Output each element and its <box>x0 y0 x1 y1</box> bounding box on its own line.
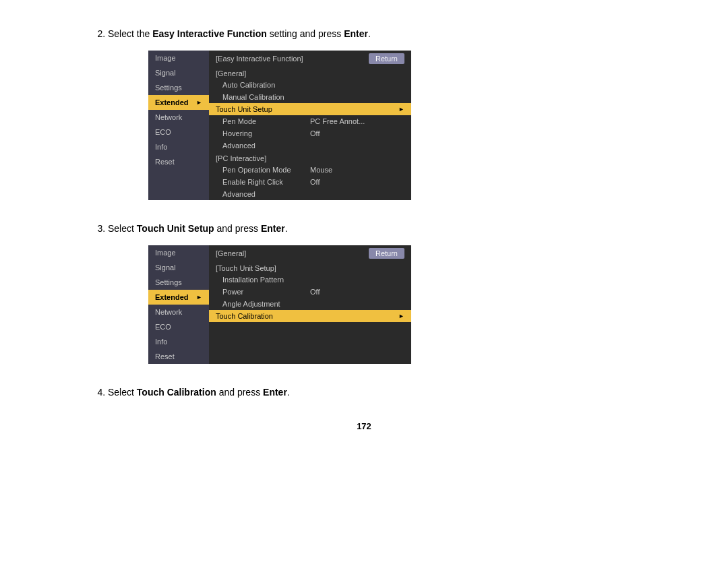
touch-unit-setup-arrow: ► <box>398 106 404 113</box>
menu-item-settings-2: Settings <box>148 275 209 290</box>
menu-item-image-2: Image <box>148 245 209 260</box>
power-label: Power <box>222 288 297 296</box>
step-2-bold2: Enter <box>344 28 368 39</box>
step-4-text: Select Touch Calibration and press Enter… <box>108 385 620 400</box>
menu-right-pen-mode: Pen Mode PC Free Annot... <box>209 115 411 127</box>
menu-section-touch-unit-setup: [Touch Unit Setup] <box>209 261 411 274</box>
pen-op-label: Pen Operation Mode <box>222 166 297 174</box>
menu-left-1: Image Signal Settings Extended ► Network… <box>148 51 209 200</box>
menu-item-info-1: Info <box>148 139 209 154</box>
touch-calibration-label: Touch Calibration <box>216 312 273 320</box>
step-4-bold2: Enter <box>263 387 287 398</box>
menu-right-advanced-2: Advanced <box>209 188 411 200</box>
menu-item-signal-1: Signal <box>148 65 209 80</box>
touch-calibration-arrow: ► <box>398 313 404 319</box>
step-3: Select Touch Unit Setup and press Enter.… <box>108 222 620 364</box>
menu-item-network-1: Network <box>148 110 209 125</box>
menu-item-image-1: Image <box>148 51 209 65</box>
right-click-label: Enable Right Click <box>222 178 297 186</box>
menu-right-hovering: Hovering Off <box>209 127 411 139</box>
step-3-bold2: Enter <box>261 223 285 234</box>
menu-item-info-2: Info <box>148 334 209 349</box>
step-4: Select Touch Calibration and press Enter… <box>108 385 620 400</box>
right-click-value: Off <box>310 178 320 186</box>
pen-mode-label: Pen Mode <box>222 117 297 125</box>
menu-right-auto-cal: Auto Calibration <box>209 79 411 91</box>
menu-right-install-pattern: Installation Pattern <box>209 274 411 286</box>
step-2-text: Select the Easy Interactive Function set… <box>108 27 620 41</box>
menu-item-eco-2: ECO <box>148 319 209 334</box>
menu-item-settings-1: Settings <box>148 80 209 95</box>
step-2-bold1: Easy Interactive Function <box>152 28 267 39</box>
menu-item-eco-1: ECO <box>148 125 209 139</box>
step-3-text: Select Touch Unit Setup and press Enter. <box>108 222 620 236</box>
menu-item-reset-1: Reset <box>148 154 209 169</box>
menu-item-extended-1: Extended ► <box>148 95 209 110</box>
menu-right-touch-calibration: Touch Calibration ► <box>209 310 411 322</box>
hovering-value: Off <box>310 129 320 137</box>
power-value: Off <box>310 288 320 296</box>
menu-item-signal-2: Signal <box>148 260 209 275</box>
menu-item-network-2: Network <box>148 305 209 319</box>
hovering-label: Hovering <box>222 129 297 137</box>
menu-right-header-2: [General] Return <box>209 245 411 261</box>
menu-left-2: Image Signal Settings Extended ► Network… <box>148 245 209 364</box>
menu-right-2: [General] Return [Touch Unit Setup] Inst… <box>209 245 411 364</box>
menu-section-general-1: [General] <box>209 67 411 79</box>
step-4-bold1: Touch Calibration <box>137 387 216 398</box>
menu-right-pen-op-mode: Pen Operation Mode Mouse <box>209 164 411 176</box>
menu-right-touch-unit-setup: Touch Unit Setup ► <box>209 103 411 115</box>
page-number: 172 <box>108 421 620 431</box>
menu-right-enable-right-click: Enable Right Click Off <box>209 176 411 188</box>
menu-right-1: [Easy Interactive Function] Return [Gene… <box>209 51 411 200</box>
menu-right-header-1: [Easy Interactive Function] Return <box>209 51 411 67</box>
step-2: Select the Easy Interactive Function set… <box>108 27 620 200</box>
menu-right-angle-adjust: Angle Adjustment <box>209 298 411 310</box>
menu-item-extended-2: Extended ► <box>148 290 209 305</box>
menu-right-power: Power Off <box>209 286 411 298</box>
arrow-icon-2: ► <box>196 294 202 301</box>
menu-ui-2: Image Signal Settings Extended ► Network… <box>148 245 411 364</box>
menu-section-pc-interactive: [PC Interactive] <box>209 152 411 164</box>
pen-mode-value: PC Free Annot... <box>310 117 365 125</box>
menu-header-label-1: [Easy Interactive Function] <box>216 55 303 63</box>
page-content: Select the Easy Interactive Function set… <box>0 0 728 458</box>
touch-unit-setup-label: Touch Unit Setup <box>216 105 272 113</box>
pen-op-value: Mouse <box>310 166 332 174</box>
menu-right-advanced-1: Advanced <box>209 139 411 152</box>
step-3-bold1: Touch Unit Setup <box>137 223 214 234</box>
menu-right-manual-cal: Manual Calibration <box>209 91 411 103</box>
arrow-icon-1: ► <box>196 99 202 106</box>
menu-header-label-2: [General] <box>216 249 246 257</box>
menu-ui-1: Image Signal Settings Extended ► Network… <box>148 51 411 200</box>
return-btn-1: Return <box>369 53 404 64</box>
return-btn-2: Return <box>369 248 404 259</box>
menu-item-reset-2: Reset <box>148 349 209 364</box>
